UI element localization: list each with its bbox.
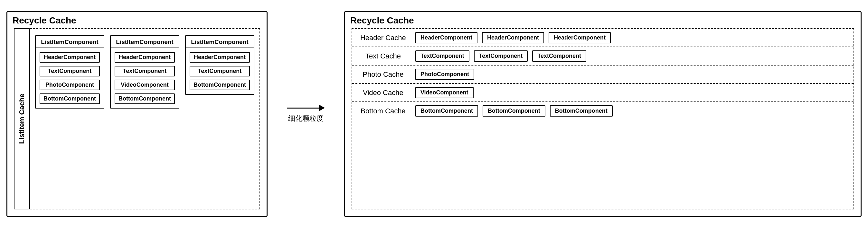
listitem-col-1: ListItemComponentHeaderComponentTextComp… <box>110 35 179 109</box>
component-card-2-0: HeaderComponent <box>190 52 250 63</box>
cache-row-2: Photo CachePhotoComponent <box>352 66 854 84</box>
right-component-card-1-2: TextComponent <box>532 50 586 62</box>
right-component-card-1-0: TextComponent <box>415 50 469 62</box>
component-card-1-1: TextComponent <box>115 66 175 76</box>
right-title: Recycle Cache <box>350 15 414 26</box>
listitem-cache-label: ListItem Cache <box>14 28 30 210</box>
right-diagram: Recycle Cache Header CacheHeaderComponen… <box>344 11 862 217</box>
cache-row-label-4: Bottom Cache <box>358 107 409 115</box>
cache-row-items-0: HeaderComponentHeaderComponentHeaderComp… <box>415 32 611 43</box>
right-component-card-2-0: PhotoComponent <box>415 69 474 80</box>
cache-row-label-3: Video Cache <box>358 89 409 97</box>
right-component-card-0-1: HeaderComponent <box>482 32 544 43</box>
right-component-card-3-0: VideoComponent <box>415 87 474 98</box>
cache-row-label-1: Text Cache <box>358 52 409 61</box>
listitem-col-0: ListItemComponentHeaderComponentTextComp… <box>35 35 104 109</box>
arrow-shaft <box>287 108 319 109</box>
component-card-1-3: BottomComponent <box>115 93 175 104</box>
component-card-2-1: TextComponent <box>190 66 250 76</box>
main-container: Recycle Cache ListItem Cache ListItemCom… <box>6 6 862 222</box>
cache-row-4: Bottom CacheBottomComponentBottomCompone… <box>352 102 854 120</box>
arrow-container: 细化颗粒度 <box>280 105 331 123</box>
listitem-col-2: ListItemComponentHeaderComponentTextComp… <box>185 35 254 95</box>
right-component-card-0-2: HeaderComponent <box>549 32 611 43</box>
cache-row-items-1: TextComponentTextComponentTextComponent <box>415 50 586 62</box>
cache-row-1: Text CacheTextComponentTextComponentText… <box>352 47 854 66</box>
component-card-0-3: BottomComponent <box>40 93 100 104</box>
listitem-col-header-2: ListItemComponent <box>186 36 254 48</box>
component-card-2-2: BottomComponent <box>190 80 250 90</box>
listitem-col-body-1: HeaderComponentTextComponentVideoCompone… <box>111 48 179 108</box>
component-card-0-2: PhotoComponent <box>40 80 100 90</box>
component-card-1-0: HeaderComponent <box>115 52 175 63</box>
right-component-card-4-1: BottomComponent <box>483 105 546 117</box>
component-card-0-0: HeaderComponent <box>40 52 100 63</box>
right-inner: Header CacheHeaderComponentHeaderCompone… <box>351 28 854 210</box>
cache-row-items-4: BottomComponentBottomComponentBottomComp… <box>415 105 613 117</box>
left-inner: ListItem Cache ListItemComponentHeaderCo… <box>14 28 260 210</box>
arrow-line <box>287 105 325 111</box>
listitem-col-body-2: HeaderComponentTextComponentBottomCompon… <box>186 48 254 94</box>
component-card-1-2: VideoComponent <box>115 80 175 90</box>
component-card-0-1: TextComponent <box>40 66 100 76</box>
listitem-col-header-1: ListItemComponent <box>111 36 179 48</box>
cache-row-3: Video CacheVideoComponent <box>352 84 854 102</box>
arrow-label: 细化颗粒度 <box>288 114 323 123</box>
cache-row-label-0: Header Cache <box>358 34 409 42</box>
arrow-head <box>319 105 325 111</box>
left-diagram: Recycle Cache ListItem Cache ListItemCom… <box>6 11 268 217</box>
cache-row-label-2: Photo Cache <box>358 70 409 79</box>
list-items-area: ListItemComponentHeaderComponentTextComp… <box>30 28 260 210</box>
right-component-card-4-0: BottomComponent <box>415 105 478 117</box>
cache-row-0: Header CacheHeaderComponentHeaderCompone… <box>352 29 854 47</box>
right-component-card-1-1: TextComponent <box>474 50 528 62</box>
cache-row-items-3: VideoComponent <box>415 87 474 98</box>
left-title: Recycle Cache <box>12 15 76 26</box>
listitem-col-body-0: HeaderComponentTextComponentPhotoCompone… <box>36 48 104 108</box>
listitem-col-header-0: ListItemComponent <box>36 36 104 48</box>
right-component-card-4-2: BottomComponent <box>550 105 613 117</box>
cache-row-items-2: PhotoComponent <box>415 69 474 80</box>
right-component-card-0-0: HeaderComponent <box>415 32 477 43</box>
